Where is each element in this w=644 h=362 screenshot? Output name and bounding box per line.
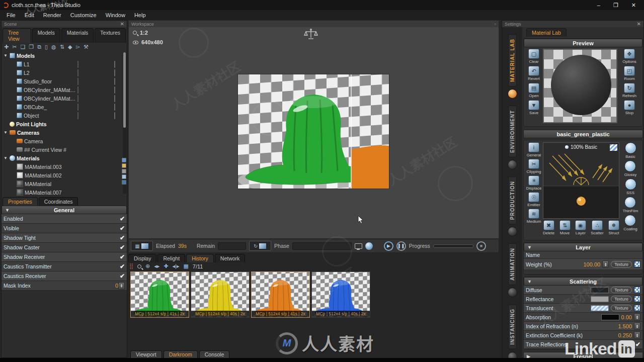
history-fit-icon[interactable]: ◂▸ <box>154 263 159 269</box>
property-mask-index[interactable]: Mask Index0▲▼ <box>2 281 127 291</box>
tab-coordinates[interactable]: Coordinates <box>39 197 78 206</box>
property-shadow-tight[interactable]: Shadow Tight✔ <box>2 233 127 243</box>
color-swatch[interactable] <box>591 296 609 302</box>
move-button[interactable]: ⇅Move <box>559 220 571 235</box>
scattering-value[interactable]: 1.500 <box>618 323 632 329</box>
checkmark-icon[interactable]: ✔ <box>635 341 640 348</box>
add-icon[interactable]: ✚ <box>4 44 9 50</box>
color-swatch[interactable] <box>601 314 619 320</box>
general-section-header[interactable]: ▼General <box>2 206 127 214</box>
checkmark-icon[interactable]: ✔ <box>120 244 125 251</box>
mini-icon[interactable] <box>122 163 126 168</box>
scattering-trace-reflections[interactable]: Trace Reflections✔ <box>524 340 642 349</box>
menu-customize[interactable]: Customize <box>66 11 101 19</box>
texture-button[interactable]: Texture <box>611 287 632 293</box>
delete-icon[interactable]: ▯ <box>45 44 48 50</box>
menu-render[interactable]: Render <box>39 11 66 19</box>
model-swatch[interactable] <box>77 104 78 111</box>
scattering-value[interactable]: 0.00 <box>621 314 632 320</box>
medium-button[interactable]: ≋Medium <box>525 209 543 224</box>
axes-icon[interactable]: ⌲ <box>75 44 80 50</box>
history-thumbnail-2[interactable]: MCp | 512x4 s/p | 40s | 2x <box>191 272 250 318</box>
stop-button[interactable]: ■ <box>476 241 486 251</box>
scattering-index-of-refraction-n[interactable]: Index of Refraction (n)1.500▲▼ <box>524 322 642 331</box>
item-checkbox[interactable] <box>114 61 115 68</box>
item-checkbox[interactable] <box>114 69 115 76</box>
tree-item-obcylinder-mamat[interactable]: OBCylinder_MAMat… <box>2 85 127 94</box>
layer-canvas[interactable]: 100% Basic <box>543 142 619 219</box>
scattering-absorption[interactable]: Absorption0.00▲▼ <box>524 313 642 322</box>
history-zoom-icon[interactable] <box>137 264 141 268</box>
zoom-level[interactable]: 1:2 <box>133 30 148 36</box>
texture-icon[interactable] <box>634 305 640 311</box>
color-swatch[interactable] <box>591 305 609 311</box>
item-checkbox[interactable] <box>114 112 115 119</box>
basic-button[interactable]: Basic <box>625 142 636 159</box>
save-button[interactable]: ▼Save <box>525 100 543 115</box>
item-checkbox[interactable] <box>114 104 115 111</box>
side-tab-production[interactable]: PRODUCTION <box>502 176 522 236</box>
mini-icon[interactable] <box>122 180 126 185</box>
menu-help[interactable]: Help <box>130 11 150 19</box>
spinner[interactable]: ▲▼ <box>634 331 640 339</box>
play-button[interactable]: ▶ <box>384 241 393 251</box>
refresh-frame-button[interactable]: ↻ <box>249 241 271 251</box>
scattering-extinction-coefficient-k[interactable]: Extinction Coefficient (k)0.250▲▼ <box>524 331 642 340</box>
weight-texture-button[interactable]: Texture <box>611 261 632 267</box>
pause-button[interactable]: ❚❚ <box>396 241 406 251</box>
history-thumbnail-1[interactable]: MCp | 512x4 s/p | 41s | 2x <box>130 272 189 318</box>
settings-close-icon[interactable]: ✕ <box>637 21 641 27</box>
property-visible[interactable]: Visible✔ <box>2 224 127 233</box>
model-swatch[interactable] <box>77 61 78 68</box>
tab-tree-view[interactable]: Tree View <box>3 28 31 43</box>
open-button[interactable]: ▤Open <box>525 83 543 98</box>
delete-button[interactable]: ✖Delete <box>543 220 554 235</box>
texture-button[interactable]: Texture <box>611 305 632 311</box>
displace-button[interactable]: ✳Displace <box>525 175 543 191</box>
checkmark-icon[interactable]: ✔ <box>120 234 125 241</box>
tree-item-camera[interactable]: Camera <box>2 137 127 145</box>
network-globe-icon[interactable] <box>365 242 373 250</box>
paste-icon[interactable]: ❐ <box>29 44 34 50</box>
room-button[interactable]: ◰Room <box>624 66 635 81</box>
layer-header[interactable]: ▼Layer <box>524 243 642 251</box>
tree-item-l2[interactable]: L2 <box>2 68 127 77</box>
view-tab-console[interactable]: Console <box>199 350 230 358</box>
spinner[interactable]: ▲▼ <box>634 322 640 330</box>
side-tab-material-lab[interactable]: MATERIAL LAB <box>502 34 522 99</box>
model-swatch[interactable] <box>77 78 78 85</box>
copy-icon[interactable]: ❏ <box>20 44 25 50</box>
property-caustics-transmitter[interactable]: Caustics Transmitter✔ <box>2 262 127 272</box>
tree-item-mamaterial-007[interactable]: MAMaterial.007 <box>2 188 127 196</box>
tree-item-mamaterial-002[interactable]: MAMaterial.002 <box>2 171 127 179</box>
history-thumbnail-4[interactable]: MCp | 512x4 s/p | 40s | 2x <box>311 272 370 318</box>
menu-edit[interactable]: Edit <box>20 11 39 19</box>
preview-header[interactable]: Preview <box>524 39 642 47</box>
item-checkbox[interactable] <box>114 78 115 85</box>
cut-icon[interactable]: ✂ <box>12 44 17 50</box>
sort-icon[interactable]: ⇅ <box>60 44 64 50</box>
minimize-button[interactable]: – <box>597 2 600 9</box>
emitter-button[interactable]: ☉Emitter <box>525 192 543 207</box>
tree-item-materials[interactable]: ▼Materials <box>2 154 127 162</box>
tab-models[interactable]: Models <box>32 28 60 43</box>
history-tiles-icon[interactable]: ▦ <box>183 263 188 269</box>
tab-materials[interactable]: Materials <box>61 28 94 43</box>
model-swatch[interactable] <box>77 112 78 119</box>
checkmark-icon[interactable]: ✔ <box>120 215 125 222</box>
tree-item-mamaterial-003[interactable]: MAMaterial.003 <box>2 162 127 171</box>
color-swatch[interactable] <box>591 287 609 293</box>
dock-tab-display[interactable]: Display <box>128 254 156 262</box>
property-shadow-caster[interactable]: Shadow Caster✔ <box>2 243 127 252</box>
spinner[interactable]: ▲▼ <box>118 282 125 290</box>
history-grid-icon[interactable]: ⣿ <box>129 263 133 269</box>
scattering-header[interactable]: ▼Scattering <box>524 277 642 286</box>
property-caustics-receiver[interactable]: Caustics Receiver✔ <box>2 272 127 281</box>
scattering-diffuse[interactable]: DiffuseTexture <box>524 286 642 295</box>
scatter-button[interactable]: ∴Scatter <box>591 220 603 235</box>
coating-button[interactable]: Coating <box>623 215 637 231</box>
resolution-display[interactable]: 640x480 <box>133 39 163 45</box>
workspace-detach-icon[interactable]: ▫ <box>495 22 496 27</box>
tree-item-object[interactable]: Object <box>2 111 127 120</box>
group-icon[interactable]: ⧉ <box>37 44 41 50</box>
